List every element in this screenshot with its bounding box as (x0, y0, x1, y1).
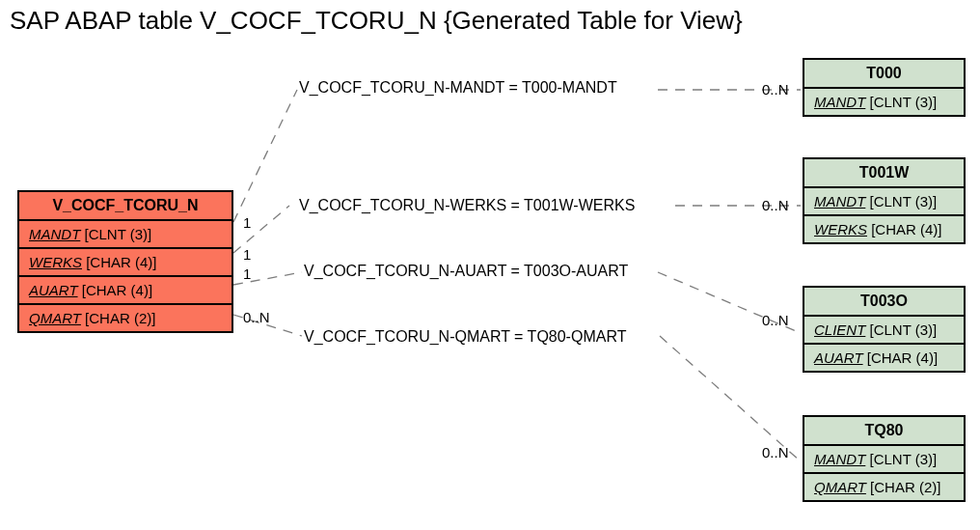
entity-main-header: V_COCF_TCORU_N (19, 192, 231, 221)
cardinality-left: 1 (243, 246, 251, 263)
entity-main-field: MANDT [CLNT (3)] (19, 221, 231, 249)
page-title: SAP ABAP table V_COCF_TCORU_N {Generated… (10, 6, 743, 36)
relation-label: V_COCF_TCORU_N-AUART = T003O-AUART (304, 263, 628, 280)
entity-tq80-header: TQ80 (804, 417, 964, 446)
cardinality-left: 1 (243, 265, 251, 282)
entity-main-field: WERKS [CHAR (4)] (19, 249, 231, 277)
cardinality-right: 0..N (762, 444, 789, 460)
entity-t001w-header: T001W (804, 159, 964, 188)
entity-main: V_COCF_TCORU_N MANDT [CLNT (3)] WERKS [C… (17, 190, 233, 333)
entity-t003o-header: T003O (804, 288, 964, 317)
entity-t001w-field: WERKS [CHAR (4)] (804, 216, 964, 242)
svg-line-2 (233, 206, 289, 253)
entity-t003o-field: CLIENT [CLNT (3)] (804, 317, 964, 345)
entity-t000: T000 MANDT [CLNT (3)] (803, 58, 966, 117)
entity-tq80: TQ80 MANDT [CLNT (3)] QMART [CHAR (2)] (803, 415, 966, 502)
entity-t000-header: T000 (804, 60, 964, 89)
cardinality-left: 1 (243, 214, 251, 231)
entity-main-field: AUART [CHAR (4)] (19, 277, 231, 305)
entity-t000-field: MANDT [CLNT (3)] (804, 89, 964, 115)
cardinality-right: 0..N (762, 312, 789, 328)
relation-label: V_COCF_TCORU_N-QMART = TQ80-QMART (304, 328, 626, 346)
svg-line-0 (233, 90, 297, 222)
cardinality-right: 0..N (762, 197, 789, 213)
relation-label: V_COCF_TCORU_N-MANDT = T000-MANDT (299, 79, 617, 97)
entity-tq80-field: MANDT [CLNT (3)] (804, 446, 964, 474)
entity-t001w-field: MANDT [CLNT (3)] (804, 188, 964, 216)
entity-t001w: T001W MANDT [CLNT (3)] WERKS [CHAR (4)] (803, 157, 966, 244)
entity-main-field: QMART [CHAR (2)] (19, 305, 231, 331)
svg-line-7 (660, 336, 801, 461)
cardinality-left: 0..N (243, 309, 270, 325)
relation-label: V_COCF_TCORU_N-WERKS = T001W-WERKS (299, 197, 635, 214)
entity-t003o: T003O CLIENT [CLNT (3)] AUART [CHAR (4)] (803, 286, 966, 373)
cardinality-right: 0..N (762, 81, 789, 98)
entity-tq80-field: QMART [CHAR (2)] (804, 474, 964, 500)
entity-t003o-field: AUART [CHAR (4)] (804, 345, 964, 371)
